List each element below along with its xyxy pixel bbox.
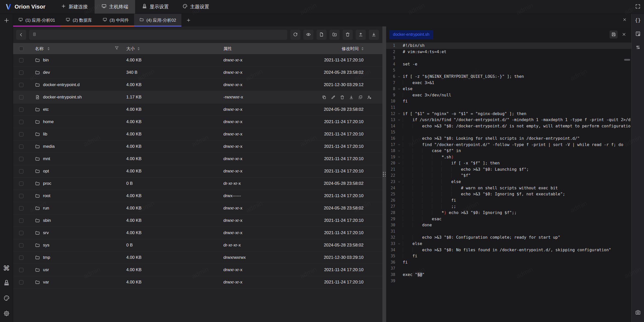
back-button[interactable] [16,30,26,40]
table-row[interactable]: docker-entrypoint.d4.00 KBdrwxr-xr-x2021… [13,79,382,91]
row-checkbox[interactable] [19,206,23,210]
fold-chevron-icon[interactable] [396,241,402,247]
fold-chevron-icon[interactable] [396,148,402,154]
row-checkbox[interactable] [19,182,23,186]
strip-braces-button[interactable]: {} [635,17,641,23]
app-logo[interactable]: Orion Visor [0,0,54,14]
table-row[interactable]: sbin4.00 KBdrwxr-xr-x2021-11-24 17:20:10 [13,214,382,227]
refresh-button[interactable] [290,30,300,40]
sidebar-stamp-button[interactable] [3,279,10,287]
fold-chevron-icon[interactable] [396,154,402,160]
row-checkbox[interactable] [19,194,23,198]
edit-icon[interactable] [331,95,336,100]
table-row[interactable]: sys0 Bdr-xr-xr-x2024-05-28 23:58:02 [13,239,382,252]
terminal-tab-1[interactable]: (1) 应用-分析01 [13,14,60,26]
column-header-4[interactable]: 修改时间 [321,46,382,52]
save-button[interactable] [610,30,618,39]
row-checkbox[interactable] [19,268,23,272]
table-row[interactable]: var4.00 KBdrwxr-xr-x2021-11-24 17:20:10 [13,276,382,289]
download-button[interactable] [369,30,379,40]
column-header-1[interactable]: 名称 [30,46,124,52]
sidebar-plus-button[interactable] [3,17,10,25]
delete-button[interactable] [343,30,353,40]
filter-icon[interactable] [114,46,119,52]
table-row[interactable]: home4.00 KBdrwxr-xr-x2021-11-24 17:20:10 [13,116,382,128]
eye-button[interactable] [303,30,313,40]
row-checkbox[interactable] [19,83,23,87]
delete-icon[interactable] [340,95,345,100]
add-tab-button[interactable] [181,14,196,26]
sidebar-palette-button[interactable] [3,295,10,302]
row-checkbox[interactable] [19,243,23,247]
row-checkbox[interactable] [19,219,23,223]
table-row[interactable]: dev340 Bdrwxr-xr-x2024-05-28 23:58:02 [13,66,382,79]
table-row[interactable]: tmp4.00 KBdrwxrwxrwx2021-12-30 03:29:10 [13,252,382,264]
menu-item-1[interactable]: 新建连接 [54,0,95,14]
table-row[interactable]: opt4.00 KBdrwxr-xr-x2021-11-24 17:20:10 [13,165,382,177]
fold-chevron-icon[interactable] [396,74,402,80]
fold-chevron-icon[interactable] [396,160,402,166]
fold-chevron-icon[interactable] [396,142,402,148]
row-checkbox[interactable] [19,157,23,161]
table-row[interactable]: bin4.00 KBdrwxr-xr-x2021-11-24 17:20:10 [13,54,382,66]
editor-file-tab[interactable]: docker-entrypoint.sh [389,30,433,39]
row-checkbox[interactable] [19,95,23,99]
move-icon[interactable] [358,95,363,100]
select-all-checkbox[interactable] [19,47,23,51]
row-checkbox[interactable] [19,58,23,62]
row-checkbox[interactable] [19,70,23,75]
table-row[interactable]: lib4.00 KBdrwxr-xr-x2021-11-24 17:20:10 [13,128,382,140]
fold-chevron-icon[interactable] [396,86,402,92]
menu-item-3[interactable]: 显示设置 [135,0,176,14]
menu-item-4[interactable]: 主题设置 [176,0,216,14]
row-checkbox[interactable] [19,120,23,124]
table-row[interactable]: run4.00 KBdrwxr-xr-x2024-05-28 23:58:02 [13,202,382,214]
tabbar-close-icon[interactable] [622,17,627,23]
strip-sort-switch-button[interactable] [635,44,641,50]
table-row[interactable]: root4.00 KBdrwx------2021-11-24 17:20:10 [13,190,382,202]
row-checkbox[interactable] [19,108,23,112]
path-list-icon[interactable] [32,32,37,38]
terminal-tab-2[interactable]: (2) 数据库 [60,14,97,26]
row-checkbox[interactable] [19,231,23,235]
table-row[interactable]: media4.00 KBdrwxr-xr-x2021-11-24 17:20:1… [13,140,382,153]
row-checkbox[interactable] [19,280,23,284]
fold-chevron-icon[interactable] [396,179,402,185]
table-row[interactable]: usr4.00 KBdrwxr-xr-x2021-11-24 17:20:10 [13,264,382,276]
terminal-tab-4[interactable]: (4) 应用-分析02 [134,14,181,26]
copy-icon[interactable] [322,95,327,100]
table-row[interactable]: srv4.00 KBdrwxr-xr-x2021-11-24 17:20:10 [13,227,382,239]
strip-file-bookmark-button[interactable] [635,31,641,37]
menu-item-2[interactable]: 主机终端 [95,0,135,14]
fold-chevron-icon[interactable] [396,117,402,123]
terminal-tab-3[interactable]: (3) 中间件 [97,14,134,26]
sort-caret-icon[interactable] [48,47,50,50]
row-checkbox[interactable] [19,132,23,136]
row-checkbox[interactable] [19,145,23,149]
table-row[interactable]: docker-entrypoint.sh1.17 KB-rwxrwxr-x [13,91,382,103]
row-checkbox[interactable] [19,169,23,173]
row-checkbox[interactable] [19,256,23,260]
sidebar-gear-button[interactable] [3,310,10,318]
panel-splitter[interactable] [382,26,386,322]
editor-close-icon[interactable] [622,32,626,37]
fold-chevron-icon[interactable] [396,111,402,117]
fullscreen-button[interactable] [635,4,641,10]
sidebar-command-button[interactable]: ⌘ [3,265,10,272]
table-row[interactable]: etc4.00 KBdrwxr-xr-x2024-05-28 23:58:02 [13,103,382,116]
upload-button[interactable] [356,30,366,40]
path-input[interactable] [39,32,284,37]
fold-spacer [396,247,402,253]
download-icon[interactable] [349,95,354,100]
code-editor[interactable]: 1#!/bin/sh2# vim:sw=4:ts=4:et34set -e56i… [386,42,631,322]
permission-icon[interactable] [367,95,372,100]
new-file-button[interactable] [316,30,327,40]
new-folder-button[interactable] [330,30,340,40]
column-header-2[interactable]: 大小 [124,46,221,52]
sort-caret-icon[interactable] [361,47,364,50]
sort-caret-icon[interactable] [138,47,140,50]
scrollbar-thumb[interactable] [624,59,630,61]
strip-camera-button[interactable] [635,309,641,315]
table-row[interactable]: proc0 Bdr-xr-xr-x2024-05-28 23:58:02 [13,177,382,190]
table-row[interactable]: mnt4.00 KBdrwxr-xr-x2021-11-24 17:20:10 [13,153,382,165]
